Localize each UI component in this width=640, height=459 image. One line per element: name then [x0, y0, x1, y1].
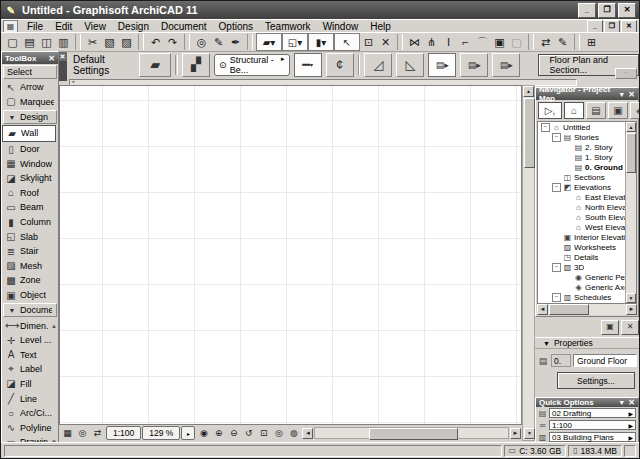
tool-marquee[interactable]: ▢ Marquee — [2, 95, 58, 110]
tree-scroll-thumb[interactable] — [626, 133, 636, 173]
construction-method-3-button[interactable]: ▤▸ — [492, 53, 520, 77]
quick-option-dropdown[interactable]: 02 Drafting ▶ — [549, 408, 636, 418]
construction-method-1-button[interactable]: ▤▸ — [428, 53, 456, 77]
design-section-header[interactable]: ▼ Design — [3, 110, 57, 124]
tool-object[interactable]: ▣ Object — [2, 288, 58, 303]
tree-item[interactable]: ▤ 1. Story — [538, 152, 625, 162]
group-button[interactable]: ▣ — [491, 34, 508, 50]
previous-zoom-button[interactable]: ◎ — [271, 427, 286, 440]
story-name-field[interactable]: Ground Floor — [573, 354, 637, 367]
tool-stair[interactable]: ≣ Stair — [2, 244, 58, 259]
tool-fill[interactable]: ◪ Fill — [2, 377, 58, 392]
quick-option-dropdown[interactable]: 03 Building Plans ▶ — [549, 432, 636, 442]
minimize-button[interactable]: _ — [578, 3, 596, 18]
tree-expander-icon[interactable] — [563, 273, 572, 282]
tree-expander-icon[interactable] — [563, 143, 572, 152]
layout-book-tab[interactable]: ▣ — [608, 102, 628, 119]
palette-close-button[interactable]: ✕ — [621, 320, 639, 335]
toolbar-separator[interactable] — [138, 34, 144, 50]
restore-button[interactable]: ❐ — [598, 3, 616, 18]
tool-beam[interactable]: ▭ Beam — [2, 200, 58, 215]
zoom-options-button[interactable]: ◉ — [196, 427, 211, 440]
tree-expander-icon[interactable] — [563, 193, 572, 202]
split-button[interactable]: ⋔ — [423, 34, 440, 50]
tree-item[interactable]: − ▥ Schedules — [538, 292, 625, 302]
tool-scroll-arrow-icon[interactable]: ▲ — [51, 323, 58, 329]
tree-expander-icon[interactable] — [552, 173, 561, 182]
tree-item[interactable]: ⌂ South Elevat — [538, 212, 625, 222]
inject-parameters-button[interactable]: ✒ — [227, 34, 244, 50]
tree-horizontal-scrollbar[interactable]: ◄ ► — [537, 304, 637, 315]
delete-button[interactable]: ✕ — [377, 34, 394, 50]
cut-button[interactable]: ✂ — [84, 34, 101, 50]
tool-level-dimension[interactable]: ✛ Level ... — [2, 333, 58, 348]
favorites-combo[interactable]: ⊙ Structural - Be... ▸ — [214, 54, 289, 76]
paste-button[interactable]: ▨ — [118, 34, 135, 50]
tree-item[interactable]: ◉ Generic Pers — [538, 272, 625, 282]
tree-expander-icon[interactable]: − — [552, 183, 561, 192]
tree-scroll-left-icon[interactable]: ◄ — [537, 304, 548, 315]
tree-expander-icon[interactable]: − — [552, 293, 561, 302]
properties-collapse-icon[interactable]: ▼ — [543, 340, 550, 347]
tree-expander-icon[interactable] — [563, 303, 572, 304]
tree-item[interactable]: ⌂ North Elevat — [538, 202, 625, 212]
tree-item[interactable]: − ◩ Elevations — [538, 182, 625, 192]
navigator-close-icon[interactable]: ✕ — [628, 90, 635, 99]
tool-zone[interactable]: ▩ Zone — [2, 273, 58, 288]
undo-button[interactable]: ↶ — [147, 34, 164, 50]
floor-plan-canvas[interactable] — [59, 85, 522, 425]
quick-options-title-bar[interactable]: Quick Options ▼ ✕ — [536, 398, 638, 407]
adjust-button[interactable]: I — [440, 34, 457, 50]
toolbar-separator[interactable] — [75, 34, 81, 50]
column-tool-dropdown[interactable]: ▮▾ — [308, 33, 334, 51]
select-header[interactable]: Select — [3, 65, 57, 79]
menu-item[interactable]: Options — [213, 21, 259, 32]
tree-item[interactable]: ▤ 0. Ground F — [538, 162, 625, 172]
arrow-tool-button[interactable]: ↖ — [334, 33, 360, 51]
tool-door[interactable]: ▯ Door — [2, 142, 58, 157]
tree-item[interactable]: ⌂ East Elevatio — [538, 192, 625, 202]
tree-expander-icon[interactable] — [552, 233, 561, 242]
copy-button[interactable]: ▧ — [101, 34, 118, 50]
horizontal-scroll-thumb[interactable] — [369, 428, 458, 440]
tree-scroll-down-icon[interactable]: ▼ — [626, 293, 636, 303]
document-section-header[interactable]: ▼ Document — [3, 303, 57, 317]
tool-arc-circle[interactable]: ○ Arc/Ci... — [2, 406, 58, 421]
publisher-sets-tab[interactable]: ◈ — [630, 102, 640, 119]
tool-arrow[interactable]: ↖ Arrow — [2, 80, 58, 95]
tool-polyline[interactable]: ∿ Polyline — [2, 420, 58, 435]
tree-hscroll-thumb[interactable] — [549, 304, 589, 315]
tool-dimension[interactable]: ⟷ Dimen... ▲ — [2, 318, 58, 333]
menu-item[interactable]: Document — [155, 21, 213, 32]
infobox-scroll-left-icon[interactable]: ◄ — [71, 79, 75, 84]
rotate-button[interactable]: ⇄ — [537, 34, 554, 50]
slab-tool-dropdown[interactable]: ◱▾ — [282, 33, 308, 51]
quick-options-close-icon[interactable]: ✕ — [628, 398, 635, 407]
expand-arrow-icon[interactable]: ▸ — [181, 426, 195, 440]
tree-item[interactable]: ▦ Element — [538, 302, 625, 303]
fillet-button[interactable]: ⌒ — [474, 34, 491, 50]
zoom-in-button[interactable]: ⊕ — [211, 427, 226, 440]
infobox-drag-handle[interactable]: ✕ — [58, 52, 67, 81]
fit-in-window-button[interactable]: ⊡ — [256, 427, 271, 440]
toolbar-separator[interactable] — [184, 34, 190, 50]
tree-expander-icon[interactable]: − — [552, 263, 561, 272]
scroll-down-icon[interactable]: ▼ — [524, 428, 535, 439]
infobox-close-icon[interactable]: ✕ — [58, 52, 67, 61]
toolbox-title-bar[interactable]: ToolBox ✕ — [2, 52, 58, 64]
canvas-horizontal-scrollbar[interactable] — [314, 427, 509, 439]
scroll-right-icon[interactable]: ► — [510, 428, 521, 439]
tool-line[interactable]: ╱ Line — [2, 391, 58, 406]
project-chooser-button[interactable]: ▷, — [538, 102, 562, 119]
next-zoom-button[interactable]: ◍ — [286, 427, 301, 440]
toolbar-separator[interactable] — [574, 34, 580, 50]
find-select-button[interactable]: ◎ — [193, 34, 210, 50]
menu-item[interactable]: Window — [317, 21, 365, 32]
tree-item[interactable]: − ▤ Stories — [538, 132, 625, 142]
tree-expander-icon[interactable] — [563, 283, 572, 292]
tree-expander-icon[interactable] — [563, 163, 572, 172]
tree-item[interactable]: ▣ Interior Elevatio — [538, 232, 625, 242]
pick-up-parameters-button[interactable]: ✎ — [210, 34, 227, 50]
zoom-out-button[interactable]: ⊖ — [226, 427, 241, 440]
tree-item[interactable]: ◫ Sections — [538, 172, 625, 182]
